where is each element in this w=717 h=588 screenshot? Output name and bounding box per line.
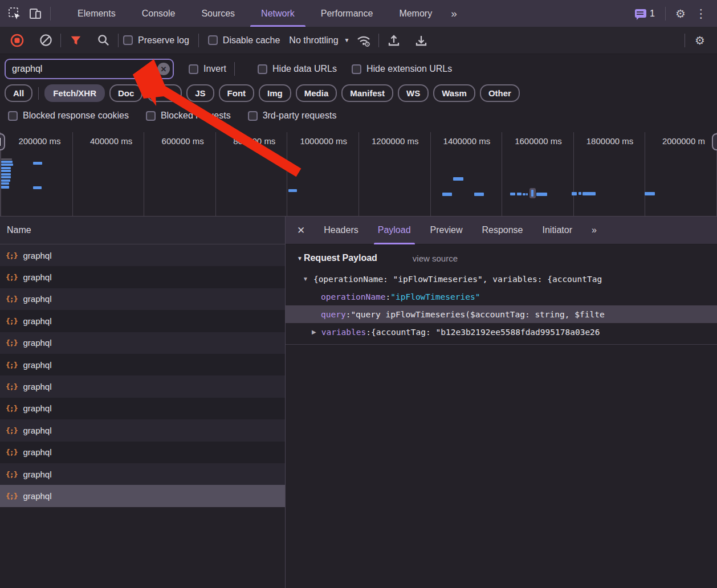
resource-type-chip[interactable]: WS bbox=[398, 84, 429, 102]
payload-tree-row[interactable]: query: "query ipFlowTimeseries($accountT… bbox=[286, 305, 717, 323]
overview-columns: 200000 ms400000 ms600000 ms800000 ms1000… bbox=[0, 132, 717, 216]
panel-tab[interactable]: Memory bbox=[386, 0, 445, 27]
import-har-button[interactable] bbox=[384, 30, 404, 51]
resource-type-chip[interactable]: Font bbox=[219, 84, 254, 102]
json-braces-icon: {;} bbox=[6, 492, 17, 500]
detail-tab[interactable]: Preview bbox=[421, 217, 472, 244]
clear-icon bbox=[39, 34, 52, 47]
request-row[interactable]: {;} graphql bbox=[0, 442, 285, 463]
devtools-tabbar: ElementsConsoleSourcesNetworkPerformance… bbox=[0, 0, 717, 27]
overview-left-handle[interactable] bbox=[0, 133, 5, 150]
export-har-button[interactable] bbox=[411, 30, 431, 51]
filter-row-3: Blocked response cookies Blocked request… bbox=[8, 111, 336, 121]
json-braces-icon: {;} bbox=[6, 361, 17, 369]
network-main: Name {;} graphql {;} graphql {;} graphql… bbox=[0, 217, 717, 588]
disclosure-down-icon[interactable]: ▼ bbox=[297, 255, 303, 262]
request-row[interactable]: {;} graphql bbox=[0, 485, 285, 507]
customize-devtools-button[interactable]: ⋮ bbox=[691, 3, 711, 24]
hide-data-urls-checkbox[interactable]: Hide data URLs bbox=[258, 64, 337, 74]
request-row[interactable]: {;} graphql bbox=[0, 354, 285, 375]
json-braces-icon: {;} bbox=[6, 448, 17, 456]
resource-type-chip[interactable]: Fetch/XHR bbox=[44, 84, 105, 102]
clear-network-log-button[interactable] bbox=[35, 30, 56, 51]
disable-cache-checkbox[interactable]: Disable cache bbox=[208, 35, 280, 46]
invert-checkbox[interactable]: Invert bbox=[189, 64, 226, 74]
panel-tab[interactable]: Sources bbox=[188, 0, 248, 27]
network-settings-button[interactable]: ⚙ bbox=[690, 30, 710, 51]
record-network-log-button[interactable] bbox=[7, 30, 27, 51]
third-party-requests-checkbox[interactable]: 3rd-party requests bbox=[248, 111, 337, 121]
request-payload-section-header[interactable]: ▼ Request Payload view source bbox=[297, 253, 717, 263]
json-braces-icon: {;} bbox=[6, 273, 17, 281]
search-icon bbox=[97, 34, 110, 47]
request-row[interactable]: {;} graphql bbox=[0, 288, 285, 310]
request-row[interactable]: {;} graphql bbox=[0, 419, 285, 441]
resource-type-chip[interactable]: All bbox=[5, 84, 32, 102]
request-row[interactable]: {;} graphql bbox=[0, 244, 285, 266]
waterfall-bar bbox=[453, 177, 463, 181]
request-row[interactable]: {;} graphql bbox=[0, 332, 285, 354]
payload-tree-row[interactable]: ▶variables: {accountTag: "b12e3b2192ee55… bbox=[286, 323, 717, 341]
json-braces-icon: {;} bbox=[6, 338, 17, 347]
waterfall-bar bbox=[1, 186, 9, 189]
throttling-select[interactable]: No throttling ▼ bbox=[286, 35, 353, 46]
json-braces-icon: {;} bbox=[6, 382, 17, 391]
payload-tree: ▼{operationName: "ipFlowTimeseries", var… bbox=[286, 270, 717, 345]
divider bbox=[50, 7, 51, 21]
network-conditions-button[interactable] bbox=[353, 30, 374, 51]
view-source-link[interactable]: view source bbox=[413, 254, 458, 263]
toggle-device-toolbar-button[interactable] bbox=[25, 3, 46, 24]
disclosure-right-icon[interactable]: ▶ bbox=[312, 329, 316, 335]
overview-right-handle[interactable] bbox=[712, 133, 717, 150]
network-overview-timeline[interactable]: 200000 ms400000 ms600000 ms800000 ms1000… bbox=[0, 132, 717, 217]
panel-tab[interactable]: Elements bbox=[64, 0, 129, 27]
preserve-log-checkbox[interactable]: Preserve log bbox=[123, 35, 189, 46]
filter-input-wrap: ✕ bbox=[5, 59, 174, 79]
inspect-element-button[interactable] bbox=[5, 3, 25, 24]
resource-type-chip[interactable]: JS bbox=[186, 84, 214, 102]
checkbox-icon bbox=[8, 111, 18, 121]
detail-tab[interactable]: Payload bbox=[368, 217, 421, 244]
request-row[interactable]: {;} graphql bbox=[0, 463, 285, 485]
request-row[interactable]: {;} graphql bbox=[0, 310, 285, 332]
resource-type-chip[interactable]: Manifest bbox=[341, 84, 393, 102]
selected-request-marker bbox=[529, 188, 536, 198]
search-button[interactable] bbox=[93, 30, 113, 51]
blocked-requests-checkbox[interactable]: Blocked requests bbox=[146, 111, 231, 121]
panel-tab[interactable]: Network bbox=[248, 0, 308, 27]
panel-tab[interactable]: Console bbox=[129, 0, 189, 27]
detail-tab[interactable]: Response bbox=[472, 217, 532, 244]
request-row[interactable]: {;} graphql bbox=[0, 266, 285, 288]
dropdown-caret-icon: ▼ bbox=[344, 37, 350, 43]
more-detail-tabs-button[interactable]: » bbox=[582, 225, 605, 235]
filter-button[interactable] bbox=[66, 30, 86, 51]
payload-tree-row[interactable]: ▼{operationName: "ipFlowTimeseries", var… bbox=[286, 270, 717, 288]
resource-type-chip[interactable]: Doc bbox=[109, 84, 142, 102]
hide-extension-urls-checkbox[interactable]: Hide extension URLs bbox=[352, 64, 452, 74]
more-panels-button[interactable]: » bbox=[445, 7, 462, 20]
close-detail-button[interactable]: ✕ bbox=[286, 224, 314, 236]
payload-tree-row[interactable]: operationName: "ipFlowTimeseries" bbox=[286, 288, 717, 305]
gear-icon: ⚙ bbox=[675, 8, 686, 19]
panel-tab[interactable]: Performance bbox=[308, 0, 386, 27]
filter-input[interactable] bbox=[5, 59, 174, 79]
issues-button[interactable]: 1 bbox=[635, 9, 655, 19]
resource-type-chip[interactable]: Wasm bbox=[433, 84, 475, 102]
payload-value: "query ipFlowTimeseries($accountTag: str… bbox=[351, 310, 604, 319]
requests-name-column-header[interactable]: Name bbox=[0, 217, 285, 244]
resource-type-chip[interactable]: CSS bbox=[147, 84, 182, 102]
settings-button[interactable]: ⚙ bbox=[670, 3, 691, 24]
request-detail-pane: ✕ HeadersPayloadPreviewResponseInitiator… bbox=[286, 217, 717, 588]
request-row[interactable]: {;} graphql bbox=[0, 398, 285, 419]
waterfall-bar bbox=[1, 173, 11, 175]
detail-tab[interactable]: Headers bbox=[314, 217, 368, 244]
resource-type-chip[interactable]: Media bbox=[296, 84, 337, 102]
detail-tab[interactable]: Initiator bbox=[533, 217, 582, 244]
json-braces-icon: {;} bbox=[6, 251, 17, 260]
request-row[interactable]: {;} graphql bbox=[0, 375, 285, 397]
disclosure-down-icon[interactable]: ▼ bbox=[303, 276, 308, 282]
resource-type-chip[interactable]: Img bbox=[259, 84, 291, 102]
blocked-response-cookies-checkbox[interactable]: Blocked response cookies bbox=[8, 111, 129, 121]
resource-type-chip[interactable]: Other bbox=[480, 84, 520, 102]
clear-filter-button[interactable]: ✕ bbox=[157, 63, 170, 75]
